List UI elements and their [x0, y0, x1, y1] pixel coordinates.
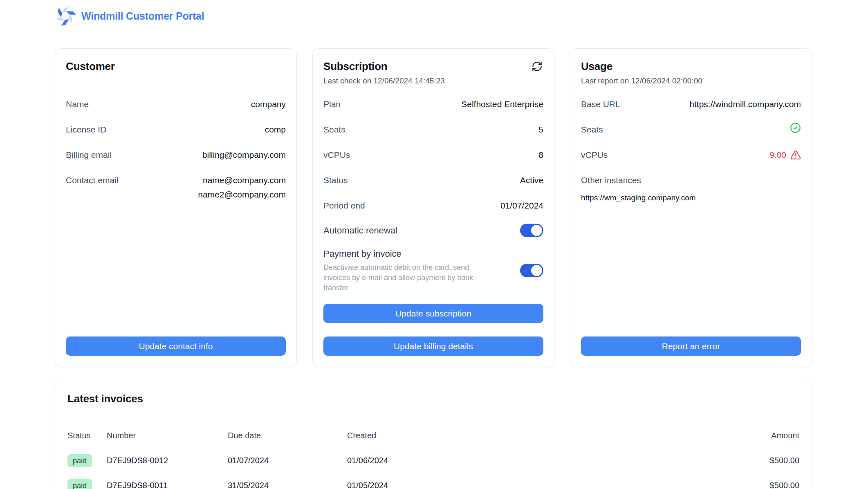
vcpus-status: 9.00 — [769, 148, 801, 162]
vcpus-row: vCPUs 8 — [323, 148, 543, 162]
field-label: Seats — [581, 122, 603, 137]
field-value: company — [251, 97, 286, 111]
field-value: billing@company.com — [202, 148, 286, 162]
invoice-number: D7EJ9DS8-0011 — [107, 481, 228, 489]
field-label: Contact email — [66, 173, 118, 187]
customer-name-row: Name company — [66, 97, 286, 111]
status-badge: paid — [67, 479, 92, 489]
automatic-renewal-toggle[interactable] — [520, 224, 543, 237]
other-instance-url: https://wm_staging.company.com — [581, 193, 801, 203]
payment-by-invoice-row: Payment by invoice Deactivate automatic … — [323, 248, 543, 293]
invoices-header-row: Status Number Due date Created Amount — [67, 428, 799, 442]
seats-status — [790, 122, 801, 133]
invoice-number: D7EJ9DS8-0012 — [107, 456, 228, 465]
field-label: Status — [323, 173, 348, 187]
invoices-table: Status Number Due date Created Amount pa… — [67, 428, 799, 489]
field-value: Selfhosted Enterprise — [461, 97, 543, 111]
customer-card: Customer Name company License ID comp Bi… — [55, 48, 297, 367]
update-contact-info-button[interactable]: Update contact info — [66, 336, 286, 356]
contact-email-2: name2@company.com — [198, 187, 286, 202]
column-header-due-date: Due date — [228, 431, 347, 440]
windmill-logo-icon — [54, 5, 76, 27]
report-an-error-button[interactable]: Report an error — [581, 336, 801, 356]
usage-vcpus-row: vCPUs 9.00 — [581, 148, 801, 162]
payment-by-invoice-toggle[interactable] — [520, 264, 543, 277]
table-row: paid D7EJ9DS8-0012 01/07/2024 01/06/2024… — [67, 448, 799, 473]
period-end-row: Period end 01/07/2024 — [323, 198, 543, 213]
customer-contact-email-row: Contact email name@company.com name2@com… — [66, 173, 286, 202]
last-check-text: Last check on 12/06/2024 14:45:23 — [323, 76, 543, 86]
toggle-knob — [531, 265, 542, 276]
invoice-due-date: 31/05/2024 — [228, 481, 347, 489]
contact-email-1: name@company.com — [198, 173, 286, 187]
invoice-due-date: 01/07/2024 — [228, 456, 347, 465]
other-instances-row: Other instances — [581, 173, 801, 187]
customer-license-row: License ID comp — [66, 122, 286, 137]
field-value: 01/07/2024 — [500, 198, 543, 213]
payment-by-invoice-text: Payment by invoice Deactivate automatic … — [323, 248, 487, 293]
status-badge: paid — [67, 454, 92, 467]
field-label: Period end — [323, 198, 365, 213]
field-label: vCPUs — [581, 148, 608, 162]
payment-by-invoice-label: Payment by invoice — [323, 248, 487, 260]
status-row: Status Active — [323, 173, 543, 187]
update-subscription-button[interactable]: Update subscription — [323, 304, 543, 323]
usage-seats-row: Seats — [581, 122, 801, 137]
toggle-knob — [531, 225, 542, 236]
seats-row: Seats 5 — [323, 122, 543, 137]
cards-row: Customer Name company License ID comp Bi… — [55, 48, 812, 363]
field-label: Name — [66, 97, 89, 111]
field-value: 8 — [538, 148, 543, 162]
update-billing-details-button[interactable]: Update billing details — [323, 336, 543, 356]
app-title: Windmill Customer Portal — [81, 10, 204, 22]
column-header-status: Status — [67, 431, 107, 440]
field-label: Billing email — [66, 148, 112, 162]
payment-by-invoice-description: Deactivate automatic debit on the card, … — [323, 262, 487, 293]
customer-card-title: Customer — [66, 59, 286, 73]
vcpus-value: 9.00 — [769, 148, 786, 162]
invoice-created: 01/05/2024 — [347, 481, 718, 489]
customer-billing-email-row: Billing email billing@company.com — [66, 148, 286, 162]
main-content: Customer Name company License ID comp Bi… — [0, 32, 868, 489]
subscription-card: Subscription Last check on 12/06/2024 14… — [312, 48, 554, 367]
invoice-amount: $500.00 — [718, 481, 799, 489]
automatic-renewal-row: Automatic renewal — [323, 224, 543, 237]
column-header-created: Created — [347, 431, 718, 440]
field-label: Plan — [323, 97, 341, 111]
plan-row: Plan Selfhosted Enterprise — [323, 97, 543, 111]
field-label: Seats — [323, 122, 345, 137]
field-label: vCPUs — [323, 148, 350, 162]
field-value: name@company.com name2@company.com — [198, 173, 286, 202]
subscription-card-title: Subscription — [323, 59, 388, 73]
column-header-number: Number — [107, 431, 228, 440]
top-bar: Windmill Customer Portal — [0, 0, 868, 32]
field-value: Active — [520, 173, 543, 187]
invoices-title: Latest invoices — [67, 392, 799, 406]
column-header-amount: Amount — [718, 431, 799, 440]
latest-invoices-card: Latest invoices Status Number Due date C… — [55, 380, 812, 489]
usage-card-title: Usage — [581, 59, 801, 73]
check-circle-icon — [790, 122, 801, 133]
table-row: paid D7EJ9DS8-0011 31/05/2024 01/05/2024… — [67, 473, 799, 489]
automatic-renewal-label: Automatic renewal — [323, 224, 397, 237]
invoice-amount: $500.00 — [718, 456, 799, 465]
field-label: License ID — [66, 122, 106, 137]
field-label: Base URL — [581, 97, 620, 111]
last-report-text: Last report on 12/06/2024 02:00:00 — [581, 76, 801, 86]
warning-triangle-icon — [790, 150, 801, 160]
field-value: comp — [265, 122, 286, 137]
refresh-icon[interactable] — [531, 60, 543, 73]
usage-card: Usage Last report on 12/06/2024 02:00:00… — [570, 48, 812, 367]
field-label: Other instances — [581, 173, 641, 187]
base-url-row: Base URL https://windmill.company.com — [581, 97, 801, 111]
field-value: 5 — [538, 122, 543, 137]
field-value: https://windmill.company.com — [689, 97, 801, 111]
invoice-created: 01/06/2024 — [347, 456, 718, 465]
